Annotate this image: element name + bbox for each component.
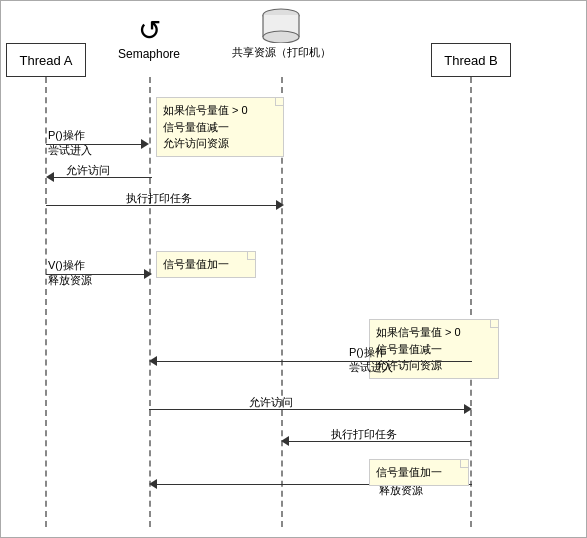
svg-point-4 [263,31,299,43]
arrow-label-print2: 执行打印任务 [331,427,397,442]
arrow-label-allow1: 允许访问 [66,163,110,178]
arrow-label-print1: 执行打印任务 [126,191,192,206]
semaphore-icon: ↺ [114,17,184,45]
arrow-label-v1: V()操作释放资源 [48,258,92,289]
lifeline-thread-b [470,77,472,527]
arrow-p-operation-1: P()操作尝试进入 [46,126,149,146]
arrow-label-p2: P()操作尝试进入 [349,345,393,376]
arrow-label-allow2: 允许访问 [249,395,293,410]
cylinder-icon [261,7,301,43]
actor-thread-a: Thread A [6,43,86,77]
lifeline-semaphore [149,77,151,527]
note-semaphore-check-1: 如果信号量值 > 0信号量值减一允许访问资源 [156,97,284,157]
arrow-v-operation-1: V()操作释放资源 [46,256,154,276]
arrow-p-operation-2: P()操作尝试进入 [149,343,474,363]
arrow-print-task-2: 执行打印任务 [281,433,473,451]
actor-thread-b: Thread B [431,43,511,77]
arrow-print-task-1: 执行打印任务 [46,197,284,215]
note-semaphore-increment-2: 信号量值加一 [369,459,469,486]
arrow-allow-access-1: 允许访问 [46,169,154,187]
arrow-label-p1: P()操作尝试进入 [48,128,92,159]
arrow-allow-access-2: 允许访问 [149,401,474,419]
note-semaphore-increment-1: 信号量值加一 [156,251,256,278]
actor-semaphore: ↺ Semaphore [114,17,184,61]
sequence-diagram: Thread A ↺ Semaphore 共享资源（打印机） Thread B … [0,0,587,538]
actor-resource: 共享资源（打印机） [231,7,331,60]
